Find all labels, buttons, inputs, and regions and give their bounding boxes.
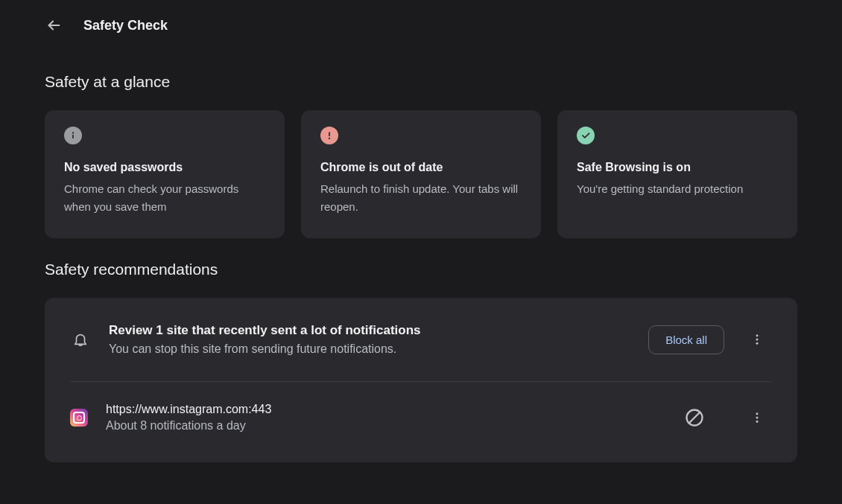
review-row: Review 1 site that recently sent a lot o… [45, 298, 797, 381]
back-button[interactable] [45, 16, 63, 34]
page-title: Safety Check [83, 18, 168, 34]
svg-point-5 [756, 334, 759, 336]
card-subtitle: Relaunch to finish update. Your tabs wil… [320, 180, 522, 216]
more-vert-icon [750, 411, 764, 424]
glance-heading: Safety at a glance [45, 73, 797, 91]
block-all-button[interactable]: Block all [648, 325, 724, 354]
svg-point-7 [756, 342, 759, 345]
site-row: https://www.instagram.com:443 About 8 no… [45, 382, 797, 462]
page-header: Safety Check [45, 0, 797, 51]
bell-icon [70, 331, 91, 348]
block-icon [684, 407, 705, 428]
svg-rect-3 [329, 132, 330, 136]
svg-point-4 [329, 138, 330, 139]
instagram-favicon [70, 409, 88, 427]
block-site-button[interactable] [680, 403, 709, 433]
svg-point-11 [756, 417, 759, 419]
review-more-button[interactable] [742, 325, 772, 354]
svg-point-6 [756, 339, 759, 341]
svg-rect-2 [72, 135, 74, 138]
check-icon [577, 127, 778, 144]
glance-card-update[interactable]: Chrome is out of date Relaunch to finish… [301, 110, 541, 238]
site-more-button[interactable] [742, 403, 772, 433]
card-title: No saved passwords [64, 161, 265, 174]
arrow-left-icon [45, 17, 62, 34]
card-subtitle: You're getting standard protection [577, 180, 778, 198]
site-subtitle: About 8 notifications a day [106, 419, 662, 433]
site-url: https://www.instagram.com:443 [106, 403, 662, 416]
glance-card-safebrowsing[interactable]: Safe Browsing is on You're getting stand… [557, 110, 797, 238]
svg-point-1 [72, 132, 74, 133]
glance-card-passwords[interactable]: No saved passwords Chrome can check your… [45, 110, 285, 238]
more-vert-icon [750, 333, 764, 346]
recommendations-heading: Safety recommendations [45, 261, 797, 278]
svg-point-12 [756, 421, 759, 423]
svg-line-9 [689, 412, 700, 423]
info-icon [64, 127, 265, 144]
glance-cards: No saved passwords Chrome can check your… [45, 110, 797, 238]
recommendations-panel: Review 1 site that recently sent a lot o… [45, 298, 797, 462]
card-subtitle: Chrome can check your passwords when you… [64, 180, 265, 216]
card-title: Safe Browsing is on [577, 161, 778, 174]
review-subtitle: You can stop this site from sending futu… [109, 342, 630, 356]
review-title: Review 1 site that recently sent a lot o… [109, 323, 630, 338]
warning-icon [320, 127, 522, 144]
card-title: Chrome is out of date [320, 161, 522, 174]
svg-point-10 [756, 412, 759, 415]
